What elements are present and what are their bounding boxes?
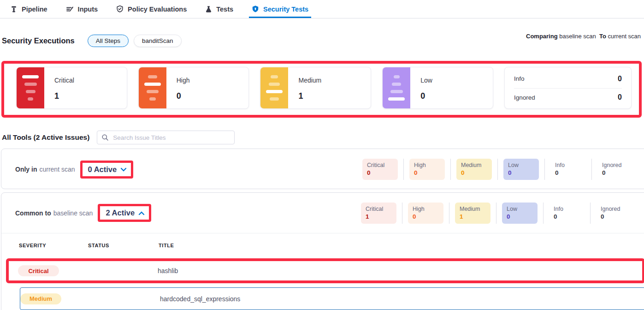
severity-card-critical: Critical 1: [16, 67, 127, 109]
all-tools-title: All Tools (2 Active Issues): [2, 133, 89, 142]
comparing-to-word: To: [599, 33, 606, 40]
group-header: Common to baseline scan 2 Active Critica…: [1, 193, 644, 233]
step-filter-pills: All Steps banditScan: [88, 35, 182, 47]
chevron-up-icon[interactable]: [138, 209, 145, 217]
low-bars-icon: [383, 67, 410, 108]
tab-pipeline[interactable]: Pipeline: [10, 0, 47, 18]
tab-inputs[interactable]: Inputs: [66, 0, 98, 18]
active-count-dropdown[interactable]: 2 Active: [106, 209, 135, 217]
annotation-box-severity-cards: Critical 1 High 0 Medium 1 Low 0 Info: [1, 61, 642, 118]
ignored-count: 0: [618, 93, 622, 101]
tab-label: Inputs: [78, 6, 98, 13]
group-prefix: Only in: [15, 166, 37, 173]
info-count: 0: [618, 75, 622, 83]
tab-tests[interactable]: Tests: [205, 0, 233, 18]
severity-chips: Critical 0 High 0 Medium 0 Low 0 Info 0: [362, 159, 633, 180]
shield-check-icon: [116, 5, 124, 13]
critical-bars-icon: [17, 67, 44, 108]
tab-label: Policy Evaluations: [128, 6, 187, 13]
col-severity: SEVERITY: [19, 243, 88, 248]
info-ignored-card: Info 0 Ignored 0: [504, 67, 632, 109]
flask-icon: [205, 6, 212, 13]
group-scope: baseline scan: [53, 209, 93, 217]
card-count: 0: [177, 91, 190, 101]
chip-high: High 0: [409, 159, 445, 180]
ignored-row: Ignored 0: [514, 88, 622, 107]
tab-label: Security Tests: [263, 6, 308, 13]
tab-policy-evaluations[interactable]: Policy Evaluations: [116, 0, 187, 18]
table-row[interactable]: Critical hashlib: [9, 262, 642, 280]
issue-title: hashlib: [158, 267, 642, 274]
divider: [449, 203, 449, 224]
col-title: TITLE: [159, 243, 644, 248]
divider: [402, 203, 402, 224]
card-count: 1: [54, 91, 74, 101]
group-only-in-current-scan: Only in current scan 0 Active Critical 0…: [1, 149, 644, 189]
card-label: Medium: [298, 77, 321, 84]
chip-high: High 0: [408, 203, 443, 224]
chip-low: Low 0: [503, 159, 539, 180]
card-count: 1: [298, 91, 321, 101]
divider: [544, 159, 545, 180]
comparing-label: Comparing baseline scan To current scan: [526, 33, 644, 40]
top-nav: Pipeline Inputs Policy Evaluations Tests…: [0, 0, 644, 18]
divider: [497, 159, 498, 180]
col-status: STATUS: [88, 243, 159, 248]
card-label: Low: [420, 77, 432, 84]
security-shield-icon: [252, 5, 259, 13]
pipeline-icon: [10, 6, 18, 13]
search-wrap: [97, 131, 235, 144]
step-filter-all-steps[interactable]: All Steps: [88, 35, 129, 47]
divider: [496, 203, 496, 224]
card-label: Critical: [54, 77, 74, 84]
group-prefix: Common to: [15, 209, 51, 217]
medium-bars-icon: [260, 67, 288, 108]
divider: [590, 203, 591, 224]
tab-security-tests[interactable]: Security Tests: [252, 0, 308, 18]
chip-info: Info 0: [550, 159, 586, 180]
chip-info: Info 0: [549, 203, 585, 224]
page-title: Security Executions: [2, 36, 75, 45]
search-input[interactable]: [97, 131, 235, 144]
divider: [591, 159, 592, 180]
chip-ignored: Ignored 0: [597, 159, 633, 180]
table-row[interactable]: Medium hardcoded_sql_expressions: [20, 287, 644, 310]
inputs-icon: [66, 6, 74, 13]
severity-card-high: High 0: [138, 67, 249, 109]
severity-card-low: Low 0: [382, 67, 493, 109]
ignored-label: Ignored: [514, 94, 535, 101]
card-count: 0: [420, 91, 432, 101]
chip-critical: Critical 0: [362, 159, 398, 180]
comparing-to: current scan: [608, 33, 641, 40]
severity-badge: Medium: [20, 293, 61, 304]
issues-table-header: SEVERITY STATUS TITLE: [1, 233, 644, 257]
info-label: Info: [514, 75, 525, 82]
severity-badge: Critical: [18, 265, 59, 276]
group-common-to-baseline-scan: Common to baseline scan 2 Active Critica…: [1, 192, 644, 310]
group-scope: current scan: [39, 166, 75, 173]
chip-critical: Critical 1: [361, 203, 396, 224]
tab-label: Tests: [216, 6, 233, 13]
chip-medium: Medium 0: [456, 159, 492, 180]
annotation-box-active-dropdown-baseline: 2 Active: [98, 204, 151, 222]
all-tools-bar: All Tools (2 Active Issues): [2, 131, 644, 144]
divider: [450, 159, 451, 180]
severity-card-medium: Medium 1: [260, 67, 371, 109]
chip-ignored: Ignored 0: [596, 203, 632, 224]
issue-title: hardcoded_sql_expressions: [160, 295, 644, 303]
info-row: Info 0: [514, 70, 622, 88]
search-icon: [101, 134, 109, 143]
annotation-box-issue-row-hashlib: Critical hashlib: [6, 258, 644, 283]
chip-low: Low 0: [502, 203, 538, 224]
step-filter-banditscan[interactable]: banditScan: [134, 35, 182, 47]
divider: [403, 159, 404, 180]
divider: [543, 203, 544, 224]
tab-label: Pipeline: [22, 6, 47, 13]
active-count-dropdown[interactable]: 0 Active: [88, 165, 117, 174]
high-bars-icon: [139, 67, 166, 108]
card-label: High: [177, 77, 190, 84]
comparing-from: baseline scan: [559, 33, 596, 40]
severity-chips: Critical 1 High 0 Medium 1 Low 0 Info 0: [361, 203, 632, 224]
chevron-down-icon[interactable]: [120, 165, 127, 173]
chip-medium: Medium 1: [455, 203, 490, 224]
